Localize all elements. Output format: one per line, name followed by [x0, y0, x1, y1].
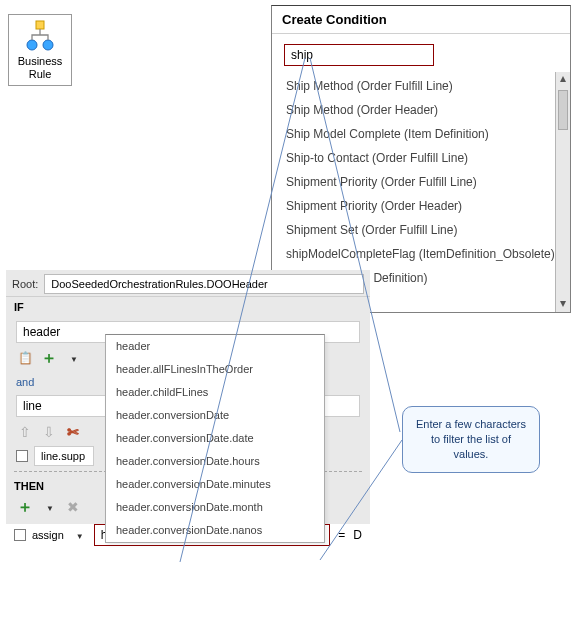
- condition-suggestion-item[interactable]: Ship Method (Order Header): [282, 98, 555, 122]
- add-icon[interactable]: ＋: [40, 349, 58, 367]
- scroll-thumb[interactable]: [558, 90, 568, 130]
- assign-suggestion-item[interactable]: header.childFLines: [106, 381, 324, 404]
- business-rule-label: Business Rule: [13, 55, 67, 81]
- svg-point-1: [27, 40, 37, 50]
- then-delete-icon[interactable]: ✖: [64, 498, 82, 516]
- assign-type-dropdown-icon[interactable]: [70, 526, 88, 544]
- paste-icon[interactable]: 📋: [16, 349, 34, 367]
- root-label: Root:: [12, 278, 38, 290]
- move-down-icon[interactable]: ⇩: [40, 423, 58, 441]
- root-input[interactable]: [44, 274, 364, 294]
- then-add-icon[interactable]: ＋: [16, 498, 34, 516]
- assign-label: assign: [32, 529, 64, 541]
- condition-suggestion-item[interactable]: shipModelCompleteFlag (ItemDefinition_Ob…: [282, 242, 555, 266]
- svg-rect-0: [36, 21, 44, 29]
- suggestion-scrollbar[interactable]: ▴ ▾: [555, 72, 570, 312]
- condition-search-input[interactable]: [284, 44, 434, 66]
- business-rule-node[interactable]: Business Rule: [8, 14, 72, 86]
- condition-suggestion-item[interactable]: Ship Method (Order Fulfill Line): [282, 74, 555, 98]
- and-operator[interactable]: and: [16, 376, 34, 388]
- condition-suggestion-item[interactable]: Ship-to Contact (Order Fulfill Line): [282, 146, 555, 170]
- assign-checkbox[interactable]: [14, 529, 26, 541]
- scroll-down-icon[interactable]: ▾: [556, 297, 570, 312]
- create-condition-panel: Create Condition Ship Method (Order Fulf…: [271, 5, 571, 313]
- assign-value-trunc: D: [353, 528, 362, 542]
- move-up-icon[interactable]: ⇧: [16, 423, 34, 441]
- condition-suggestion-item[interactable]: Shipment Priority (Order Fulfill Line): [282, 170, 555, 194]
- cut-icon[interactable]: ✄: [64, 423, 82, 441]
- if-label: IF: [6, 297, 370, 317]
- hint-callout: Enter a few characters to filter the lis…: [402, 406, 540, 473]
- line-supp-field[interactable]: [34, 446, 94, 466]
- assign-suggestion-item[interactable]: header.conversionDate.minutes: [106, 473, 324, 496]
- assign-suggestion-item[interactable]: header.conversionDate.hours: [106, 450, 324, 473]
- business-rule-icon: [22, 19, 58, 53]
- scroll-up-icon[interactable]: ▴: [556, 72, 570, 87]
- create-condition-title: Create Condition: [272, 6, 570, 34]
- equals-sign: =: [336, 528, 347, 542]
- assign-suggestion-item[interactable]: header: [106, 335, 324, 358]
- assign-suggestion-item[interactable]: header.conversionDate.date: [106, 427, 324, 450]
- assign-suggestion-list: header header.allFLinesInTheOrder header…: [105, 334, 325, 543]
- condition-suggestion-item[interactable]: Shipment Set (Order Fulfill Line): [282, 218, 555, 242]
- assign-suggestion-item[interactable]: header.conversionDate.month: [106, 496, 324, 519]
- assign-suggestion-item[interactable]: header.allFLinesInTheOrder: [106, 358, 324, 381]
- svg-point-2: [43, 40, 53, 50]
- assign-suggestion-item[interactable]: header.conversionDate: [106, 404, 324, 427]
- condition-suggestion-item[interactable]: Shipment Priority (Order Header): [282, 194, 555, 218]
- condition-suggestion-item[interactable]: Ship Model Complete (Item Definition): [282, 122, 555, 146]
- assign-suggestion-item[interactable]: header.conversionDate.nanos: [106, 519, 324, 542]
- row-checkbox[interactable]: [16, 450, 28, 462]
- then-add-dropdown-icon[interactable]: [40, 498, 58, 516]
- add-dropdown-icon[interactable]: [64, 349, 82, 367]
